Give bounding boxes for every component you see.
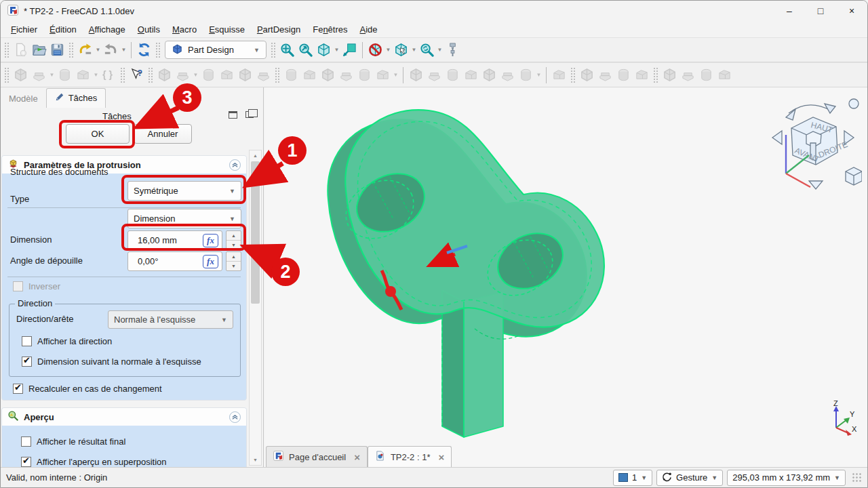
menu-outils[interactable]: Outils — [132, 23, 166, 36]
close-button[interactable]: × — [836, 1, 867, 21]
dimension-input[interactable]: 16,00 mm fx — [127, 230, 222, 250]
document-open-icon[interactable] — [30, 41, 48, 59]
show-overlay-row[interactable]: Afficher l'aperçu en superposition — [21, 457, 167, 467]
subtractive-primitive-icon[interactable] — [517, 66, 535, 84]
tab-start-page[interactable]: Page d'accueil × — [266, 446, 368, 467]
revolution-icon[interactable] — [300, 66, 319, 84]
tab-model[interactable]: Modèle — [1, 90, 46, 108]
navigation-style-selector[interactable]: Gesture▼ — [656, 470, 723, 486]
menu-macro[interactable]: Macro — [166, 23, 203, 36]
create-datum-icon[interactable] — [30, 66, 48, 84]
menu-affichage[interactable]: Affichage — [83, 23, 132, 36]
length-type-select[interactable]: Dimension▼ — [127, 209, 241, 228]
pad-icon[interactable] — [282, 66, 300, 84]
menu-fenetres[interactable]: Fenêtres — [307, 23, 353, 36]
hole-icon[interactable] — [425, 66, 443, 84]
menu-fichier[interactable]: Fichier — [5, 23, 43, 36]
subtractive-loft-icon[interactable] — [462, 66, 480, 84]
ok-button[interactable]: OK — [66, 124, 130, 144]
create-body-icon[interactable] — [12, 66, 30, 84]
navigation-cube[interactable]: HAUT AVANT DROITE — [766, 96, 862, 190]
validate-sketch-icon[interactable] — [199, 66, 218, 84]
view-zoom-icon[interactable] — [418, 41, 436, 59]
along-normal-checkbox[interactable] — [22, 357, 32, 367]
additive-helix-icon[interactable] — [355, 66, 374, 84]
pad-type-select[interactable]: Symétrique▼ — [127, 181, 241, 201]
whats-this-icon[interactable]: ? — [127, 66, 146, 84]
view-isometric-icon-dropdown[interactable]: ▼ — [333, 41, 340, 59]
toolbar-grip[interactable] — [155, 42, 161, 58]
pocket-icon[interactable] — [407, 66, 425, 84]
redo-icon-dropdown[interactable]: ▼ — [120, 41, 127, 59]
menu-edition[interactable]: Édition — [43, 23, 83, 36]
measure-icon[interactable] — [443, 41, 462, 59]
undo-icon-dropdown[interactable]: ▼ — [94, 41, 102, 59]
additive-loft-icon[interactable] — [319, 66, 337, 84]
subtractive-pipe-icon[interactable] — [480, 66, 498, 84]
linear-pattern-icon[interactable] — [679, 66, 697, 84]
angle-input[interactable]: 0,00° fx — [127, 251, 222, 271]
reversed-checkbox[interactable] — [13, 281, 23, 291]
document-save-icon[interactable] — [48, 41, 66, 59]
show-direction-row[interactable]: Afficher la direction — [22, 336, 112, 346]
panel-scrollbar[interactable]: ▲ ▼ — [249, 150, 262, 466]
menu-esquisse[interactable]: Esquisse — [203, 23, 251, 36]
view-isometric-icon[interactable] — [315, 41, 333, 59]
toolbar-grip[interactable] — [275, 67, 280, 83]
create-clone-icon[interactable] — [155, 66, 174, 84]
close-tab-icon[interactable]: × — [351, 451, 360, 463]
additive-primitive-icon[interactable] — [374, 66, 392, 84]
create-sketch-icon-dropdown[interactable]: ▼ — [192, 66, 199, 84]
fillet-icon[interactable] — [578, 66, 596, 84]
box-selection-icon-dropdown[interactable]: ▼ — [410, 41, 418, 59]
collapse-section1-icon[interactable] — [229, 159, 241, 171]
clipping-plane-icon-dropdown[interactable]: ▼ — [384, 41, 392, 59]
preview-header[interactable]: Aperçu — [2, 408, 246, 426]
toolbar-grip[interactable] — [4, 67, 9, 83]
toolbar-grip[interactable] — [653, 67, 658, 83]
workbench-selector[interactable]: Part Design▼ — [165, 41, 267, 59]
mirrored-icon[interactable] — [660, 66, 679, 84]
show-direction-checkbox[interactable] — [22, 336, 32, 346]
reversed-checkbox-row[interactable]: Inverser — [13, 281, 60, 291]
view-sync-icon[interactable] — [340, 41, 359, 59]
recompute-row[interactable]: Recalculer en cas de changement — [13, 384, 162, 394]
tab-tasks[interactable]: Tâches — [46, 88, 106, 108]
shape-binder-icon[interactable] — [254, 66, 273, 84]
3d-viewport[interactable]: HAUT AVANT DROITE Z Y X — [264, 87, 867, 467]
expression-fx-icon[interactable]: fx — [203, 255, 218, 268]
map-sketch-icon[interactable] — [236, 66, 254, 84]
link-actions-icon[interactable] — [74, 66, 92, 84]
layer-selector[interactable]: 1▼ — [613, 470, 652, 486]
toolbar-grip[interactable] — [148, 67, 153, 83]
zoom-fit-icon[interactable] — [278, 41, 296, 59]
view-dimensions-selector[interactable]: 295,03 mm x 173,92 mm▼ — [727, 470, 846, 486]
thickness-icon[interactable] — [633, 66, 651, 84]
angle-spinner[interactable]: ▲▼ — [226, 251, 241, 271]
toolbar-grip[interactable] — [271, 42, 276, 58]
toolbar-grip[interactable] — [570, 67, 576, 83]
clipping-plane-icon[interactable] — [366, 41, 384, 59]
document-new-icon[interactable] — [12, 41, 30, 59]
additive-primitive-icon-dropdown[interactable]: ▼ — [392, 66, 399, 84]
dock-panel-icon[interactable] — [229, 111, 237, 119]
subtractive-helix-icon[interactable] — [498, 66, 517, 84]
cancel-button[interactable]: Annuler — [134, 124, 192, 144]
close-tab-icon[interactable]: × — [435, 451, 444, 463]
refresh-icon[interactable] — [135, 41, 153, 59]
expression-icon[interactable]: { } — [100, 66, 118, 84]
maximize-button[interactable]: □ — [805, 1, 836, 21]
boolean-icon[interactable] — [550, 66, 568, 84]
redo-icon[interactable] — [102, 41, 120, 59]
create-group-icon[interactable] — [56, 66, 74, 84]
resize-grip[interactable] — [852, 473, 862, 483]
along-normal-row[interactable]: Dimension suivant la normale à l'esquiss… — [22, 357, 201, 367]
undo-icon[interactable] — [76, 41, 94, 59]
show-final-checkbox[interactable] — [21, 436, 31, 447]
subtractive-primitive-icon-dropdown[interactable]: ▼ — [535, 66, 542, 84]
sketch-tools-icon[interactable] — [218, 66, 236, 84]
create-sketch-icon[interactable] — [174, 66, 192, 84]
direction-edge-select[interactable]: Normale à l'esquisse▼ — [108, 310, 233, 329]
show-overlay-checkbox[interactable] — [21, 457, 31, 467]
multitransform-icon[interactable] — [715, 66, 734, 84]
